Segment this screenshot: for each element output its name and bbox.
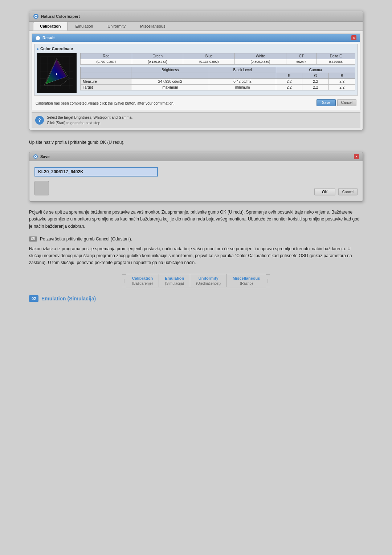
nav-pipe-left: | xyxy=(122,274,126,287)
col-red: Red xyxy=(81,53,132,59)
body-text-2: Pojavit će se upit za spremanje baždaren… xyxy=(29,209,363,230)
gamma-g: G xyxy=(302,73,329,79)
target-label: Target xyxy=(81,85,131,90)
dialog-btn-row: OK Cancel xyxy=(314,188,358,195)
nav-emulation-sub: (Simulacija) xyxy=(165,281,184,286)
target-blacklevel: minimum xyxy=(209,85,276,90)
body-text-3: Nakon izlaska iz programa poslije sprema… xyxy=(29,246,363,267)
dialog-preview-icon xyxy=(34,181,49,195)
col-ct: CT xyxy=(286,53,317,59)
target-brightness: maximum xyxy=(131,85,209,90)
nav-emulation: Emulation (Simulacija) xyxy=(159,274,190,288)
ok-button[interactable]: OK xyxy=(314,188,335,195)
nav-misc-main: Miscellaneous xyxy=(233,276,260,281)
measure-brightness: 247.930 cd/m2 xyxy=(131,79,209,85)
app-title: Natural Color Expert xyxy=(41,14,80,19)
brightness-table: Brightness Black Level Gamma R G xyxy=(80,67,355,90)
target-gamma-g: 2.2 xyxy=(302,85,329,90)
tab-calibration[interactable]: Calibration xyxy=(33,22,68,31)
section-02-title: Emulation (Simulacija) xyxy=(41,296,96,301)
data-table-area: Red Green Blue White CT Delta E xyxy=(80,53,355,93)
nav-uniformity-sub: (Ujednačenost) xyxy=(196,281,221,286)
val-white: (0.309,0.330) xyxy=(235,59,286,65)
save-button[interactable]: Save xyxy=(317,99,336,106)
measure-label: Measure xyxy=(81,79,131,85)
col-white: White xyxy=(235,53,286,59)
calibration-message-text: Calibration has been completed.Please cl… xyxy=(36,101,317,106)
dialog-icon-area xyxy=(34,181,314,195)
help-line1: Select the target Brightness, Whitepoint… xyxy=(47,115,132,120)
col-blue: Blue xyxy=(183,53,235,59)
measure-gamma-b: 2.2 xyxy=(329,79,355,85)
help-area: ? Select the target Brightness, Whitepoi… xyxy=(32,112,360,128)
val-ct: 6624 k xyxy=(286,59,317,65)
gamut-diagram xyxy=(37,53,77,93)
help-icon: ? xyxy=(35,116,44,125)
tab-uniformity[interactable]: Uniformity xyxy=(101,22,132,31)
col-green: Green xyxy=(132,53,183,59)
nav-miscellaneous: Miscellaneous (Razno) xyxy=(227,274,266,288)
result-close-button[interactable]: × xyxy=(351,35,356,40)
step-05-num: 05 xyxy=(29,236,37,242)
color-coordinate-title: Color Coordinate xyxy=(37,46,355,51)
svg-point-2 xyxy=(35,16,37,17)
val-deltae: 0.379965 xyxy=(317,59,355,65)
tabs-bar: Calibration Emulation Uniformity Miscell… xyxy=(29,22,363,31)
section-02-num: 02 xyxy=(29,295,38,302)
dialog-title: Save xyxy=(33,154,50,159)
nav-pipe-right: | xyxy=(266,274,270,287)
svg-point-17 xyxy=(56,73,57,75)
gamma-b: B xyxy=(329,73,355,79)
val-red: (0.707,0.267) xyxy=(81,59,132,65)
dialog-input-row xyxy=(34,167,358,177)
save-dialog: Save × OK Cancel xyxy=(29,152,363,202)
val-blue: (0.136,0.092) xyxy=(183,59,235,65)
bth-blacklevel: Black Level xyxy=(209,67,276,73)
section-02-heading: 02 Emulation (Simulacija) xyxy=(29,295,363,302)
bth-label xyxy=(81,67,131,73)
app-window: Natural Color Expert Calibration Emulati… xyxy=(29,11,363,130)
dialog-close-button[interactable]: × xyxy=(354,154,359,159)
target-gamma-b: 2.2 xyxy=(329,85,355,90)
nav-emulation-main: Emulation xyxy=(165,276,184,281)
help-line2: Click [Start] to go to the next step. xyxy=(47,120,132,126)
nav-uniformity: Uniformity (Ujednačenost) xyxy=(190,274,226,288)
nav-calibration: Calibration (Baždarenje) xyxy=(126,274,159,288)
bth-brightness: Brightness xyxy=(131,67,209,73)
nav-uniformity-main: Uniformity xyxy=(196,276,221,281)
gamma-r: R xyxy=(276,73,302,79)
measure-blacklevel: 0.42 cd/m2 xyxy=(209,79,276,85)
val-green: (0.180,0.732) xyxy=(132,59,183,65)
result-header: ⬤ Result × xyxy=(32,34,360,42)
body-text-1: Upišite naziv profila i pritisnite gumb … xyxy=(29,139,363,146)
svg-point-20 xyxy=(35,156,36,157)
nav-misc-sub: (Razno) xyxy=(233,281,260,286)
cancel-button[interactable]: Cancel xyxy=(337,99,356,106)
dialog-content: OK Cancel xyxy=(29,161,363,201)
help-text: Select the target Brightness, Whitepoint… xyxy=(47,115,132,126)
color-table: Red Green Blue White CT Delta E xyxy=(80,53,355,65)
tab-emulation[interactable]: Emulation xyxy=(68,22,100,31)
tab-miscellaneous[interactable]: Miscellaneous xyxy=(133,22,172,31)
color-content: Red Green Blue White CT Delta E xyxy=(37,53,355,93)
dialog-cancel-button[interactable]: Cancel xyxy=(338,188,358,195)
nav-calibration-sub: (Baždarenje) xyxy=(132,281,153,286)
measure-gamma-g: 2.2 xyxy=(302,79,329,85)
step-05: 05 Po završetku pritisnite gumb Cancel (… xyxy=(29,236,363,243)
app-icon xyxy=(33,13,39,19)
col-deltae: Delta E xyxy=(317,53,355,59)
measure-gamma-r: 2.2 xyxy=(276,79,302,85)
app-content: ⬤ Result × Color Coordinate xyxy=(29,31,363,130)
dialog-titlebar: Save × xyxy=(29,152,363,161)
calibration-btn-group: Save Cancel xyxy=(317,99,356,106)
calibration-message-area: Calibration has been completed.Please cl… xyxy=(34,98,358,108)
gamma-header: Gamma xyxy=(276,67,355,73)
target-gamma-r: 2.2 xyxy=(276,85,302,90)
nav-diagram: | Calibration (Baždarenje) Emulation (Si… xyxy=(29,274,363,288)
color-coordinate-section: Color Coordinate xyxy=(34,44,358,96)
step-05-text: Po završetku pritisnite gumb Cancel (Odu… xyxy=(40,236,132,243)
result-panel: ⬤ Result × Color Coordinate xyxy=(32,33,360,110)
app-titlebar: Natural Color Expert xyxy=(29,11,363,22)
profile-name-input[interactable] xyxy=(34,167,158,177)
nav-calibration-main: Calibration xyxy=(132,276,153,281)
